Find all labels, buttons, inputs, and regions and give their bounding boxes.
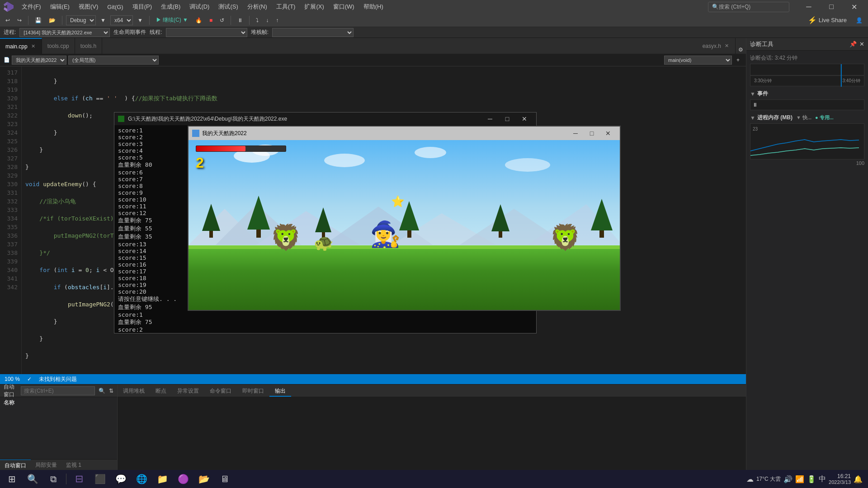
minimize-button[interactable]: ─: [798, 0, 819, 14]
game-close[interactable]: ✕: [600, 127, 616, 140]
pause-button[interactable]: ⏸: [235, 16, 245, 24]
cmd-maximize[interactable]: □: [499, 113, 515, 125]
maximize-button[interactable]: □: [821, 0, 842, 14]
task-view-button[interactable]: ⧉: [43, 471, 63, 487]
platform-arrow[interactable]: ▼: [135, 16, 146, 24]
pause-events-icon[interactable]: ⏸: [752, 102, 758, 108]
tab-exceptions[interactable]: 异常设置: [172, 385, 204, 397]
game-minimize[interactable]: ─: [567, 127, 584, 140]
debug-config-dropdown[interactable]: Debug: [66, 15, 96, 25]
extra-icon-1[interactable]: 🟣: [173, 471, 193, 487]
diag-close-icon[interactable]: ✕: [859, 41, 864, 47]
settings-button[interactable]: ⚙: [736, 46, 746, 54]
csdn-icon[interactable]: ⬛: [90, 471, 110, 487]
events-toggle[interactable]: ▼: [750, 91, 755, 97]
config-arrow[interactable]: ▼: [98, 16, 108, 24]
game-maximize[interactable]: □: [584, 127, 600, 140]
tab-breakpoints[interactable]: 断点: [150, 385, 172, 397]
scope-nav-dropdown[interactable]: (全局范围): [68, 56, 159, 65]
sort-icon[interactable]: ⇅: [109, 388, 113, 394]
cmd-minimize[interactable]: ─: [482, 113, 498, 125]
explorer-icon[interactable]: 📁: [152, 471, 172, 487]
auto-tab-locals[interactable]: 局部安量: [31, 460, 61, 470]
tab-command[interactable]: 命令窗口: [204, 385, 237, 397]
chrome-icon[interactable]: 🌐: [132, 471, 151, 487]
tab-callstack[interactable]: 调用堆栈: [118, 385, 150, 397]
extra-icon-2[interactable]: 📂: [194, 471, 214, 487]
tab-immediate[interactable]: 即时窗口: [237, 385, 269, 397]
battery-icon[interactable]: 🔋: [807, 475, 816, 483]
menu-window[interactable]: 窗口(W): [330, 1, 358, 13]
network-icon[interactable]: 📶: [795, 475, 804, 483]
function-nav-dropdown[interactable]: main(void): [664, 56, 732, 65]
tab-easyx-h[interactable]: easyx.h ✕: [697, 38, 736, 54]
cloud-icon[interactable]: ☁: [746, 475, 754, 483]
diag-pin-icon[interactable]: 📌: [849, 41, 857, 47]
tab-tools-cpp[interactable]: tools.cpp: [42, 38, 75, 54]
code-317: }: [25, 77, 742, 85]
continue-button[interactable]: ▶ 继续(C) ▼: [153, 15, 191, 25]
expand-button[interactable]: +: [734, 56, 742, 64]
main-cpp-close[interactable]: ✕: [30, 43, 36, 49]
issue-status: 未找到相关问题: [39, 375, 77, 383]
cmd-title: G:\天天酷跑\我的天天酷跑2022\x64\Debug\我的天天酷跑2022.…: [128, 115, 287, 123]
stack-dropdown[interactable]: [272, 28, 354, 37]
step-out-button[interactable]: ↑: [273, 16, 281, 24]
game-window[interactable]: 我的天天酷跑2022 ─ □ ✕: [188, 126, 621, 311]
live-share-button[interactable]: ⚡ Live Share: [803, 14, 851, 26]
hot-reload-button[interactable]: 🔥: [193, 16, 205, 24]
code-nav-bar: 📄 我的天天酷跑2022 (全局范围) main(void) +: [0, 54, 746, 66]
menu-view[interactable]: 视图(V): [75, 1, 102, 13]
wechat-icon[interactable]: 💬: [111, 471, 131, 487]
thread-dropdown[interactable]: [166, 28, 247, 37]
auto-search-input[interactable]: [21, 386, 95, 395]
project-nav-dropdown[interactable]: 我的天天酷跑2022: [12, 56, 66, 65]
menu-extensions[interactable]: 扩展(X): [301, 1, 327, 13]
cmd-close[interactable]: ✕: [516, 113, 533, 125]
vs-taskbar-icon[interactable]: ⊟: [69, 471, 89, 487]
easyx-close[interactable]: ✕: [724, 43, 730, 49]
menu-debug[interactable]: 调试(D): [186, 1, 213, 13]
start-button[interactable]: ⊞: [2, 471, 22, 487]
tab-tools-h[interactable]: tools.h: [75, 38, 102, 54]
menu-project[interactable]: 项目(P): [129, 1, 156, 13]
stop-button[interactable]: ■: [207, 16, 215, 24]
user-icon[interactable]: 👤: [853, 16, 865, 24]
volume-icon[interactable]: 🔊: [783, 475, 793, 483]
menu-edit[interactable]: 编辑(E): [47, 1, 73, 13]
undo-button[interactable]: ↩: [3, 16, 13, 24]
clock-time: 16:21: [829, 473, 851, 479]
menu-git[interactable]: Git(G): [104, 2, 127, 12]
menu-help[interactable]: 帮助(H): [360, 1, 387, 13]
memory-toggle[interactable]: ▼: [750, 115, 755, 121]
search-box[interactable]: 🔍 搜索 (Ctrl+Q): [708, 2, 789, 12]
open-button[interactable]: 📂: [46, 16, 58, 24]
search-taskbar-button[interactable]: 🔍: [23, 471, 42, 487]
tab-main-cpp[interactable]: main.cpp ✕: [0, 38, 42, 54]
platform-dropdown[interactable]: x64: [110, 15, 133, 25]
auto-tab-auto[interactable]: 自动窗口: [0, 460, 31, 470]
process-dropdown[interactable]: [14364] 我的天天酷跑2022.exe: [19, 28, 110, 37]
ime-icon[interactable]: 中: [819, 474, 826, 484]
close-button[interactable]: ✕: [844, 0, 864, 14]
step-over-button[interactable]: ⤵: [253, 16, 261, 24]
game-titlebar: 我的天天酷跑2022 ─ □ ✕: [189, 127, 620, 140]
ln-318: 318: [5, 77, 18, 85]
restart-button[interactable]: ↺: [217, 16, 227, 24]
search-icon[interactable]: 🔍: [99, 388, 105, 394]
step-into-button[interactable]: ↓: [263, 16, 271, 24]
menu-file[interactable]: 文件(F): [18, 1, 45, 13]
menu-analyze[interactable]: 分析(N): [244, 1, 271, 13]
menu-build[interactable]: 生成(B): [157, 1, 184, 13]
tab-output[interactable]: 输出: [269, 385, 291, 397]
extra-icon-3[interactable]: 🖥: [215, 471, 235, 487]
redo-button[interactable]: ↪: [14, 16, 24, 24]
auto-tab-watch[interactable]: 监视 1: [61, 460, 86, 470]
menu-test[interactable]: 测试(S): [215, 1, 241, 13]
save-button[interactable]: 💾: [32, 16, 44, 24]
notification-icon[interactable]: 🔔: [854, 475, 863, 483]
ln-332: 332: [5, 197, 18, 206]
check-icon: ✓: [27, 376, 32, 382]
menu-tools[interactable]: 工具(T): [273, 1, 299, 13]
auto-content: 名称: [0, 397, 117, 459]
